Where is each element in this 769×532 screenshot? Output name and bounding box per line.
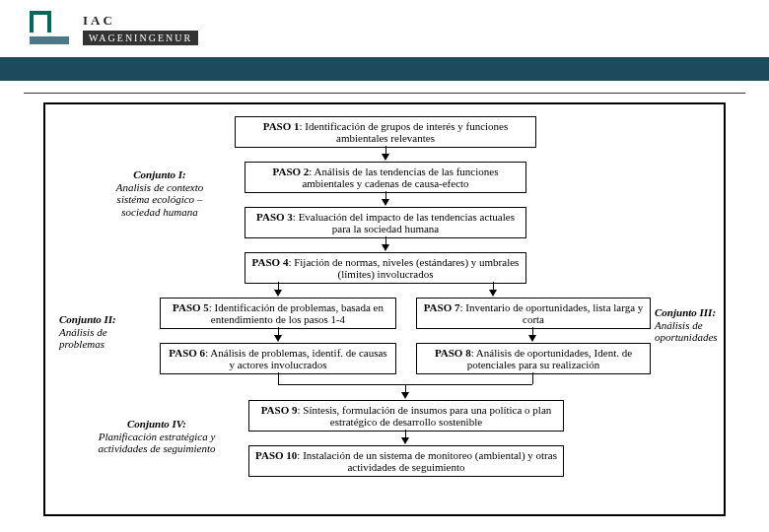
brand-text: IAC WAGENINGENUR [83, 13, 198, 45]
step-7: PASO 7: Inventario de oportunidades, lis… [416, 298, 651, 329]
cluster-1-body: Analisis de contexto sistéma ecológico –… [116, 181, 204, 218]
header: IAC WAGENINGENUR [0, 0, 769, 57]
logo-icon [30, 11, 69, 46]
brand-iac: IAC [83, 13, 198, 29]
divider [24, 93, 745, 94]
step-2: PASO 2: Análisis de las tendencias de la… [245, 162, 526, 193]
blue-band [0, 57, 769, 81]
cluster-4-label: Conjunto IV: Planificación estratégica y… [93, 418, 221, 455]
cluster-1-title: Conjunto I: [133, 168, 186, 180]
step-9: PASO 9: Síntesis, formulación de insumos… [248, 400, 564, 432]
step-1: PASO 1: Identificación de grupos de inte… [235, 116, 536, 148]
cluster-2-body: Análisis de problemas [59, 326, 107, 351]
step-8: PASO 8: Análisis de oportunidades, Ident… [416, 343, 651, 374]
cluster-2-title: Conjunto II: [59, 313, 116, 325]
step-5: PASO 5: Identificación de problemas, bas… [160, 298, 396, 329]
cluster-2-label: Conjunto II: Análisis de problemas [59, 313, 138, 351]
step-4: PASO 4: Fijación de normas, niveles (est… [245, 252, 526, 284]
cluster-1-label: Conjunto I: Analisis de contexto sistéma… [101, 168, 219, 219]
cluster-4-title: Conjunto IV: [127, 418, 186, 430]
cluster-3-body: Análisis de oportunidades [655, 319, 718, 344]
flow-diagram: PASO 1: Identificación de grupos de inte… [43, 102, 726, 516]
cluster-4-body: Planificación estratégica y actividades … [98, 431, 215, 455]
step-10: PASO 10: Instalación de un sistema de mo… [248, 445, 564, 477]
step-3: PASO 3: Evaluación del impacto de las te… [245, 207, 526, 238]
cluster-3-title: Conjunto III: [655, 306, 716, 318]
brand-wageningen: WAGENINGENUR [83, 31, 198, 45]
step-6: PASO 6: Análisis de problemas, identif. … [160, 343, 396, 374]
cluster-3-label: Conjunto III: Análisis de oportunidades [655, 306, 726, 344]
